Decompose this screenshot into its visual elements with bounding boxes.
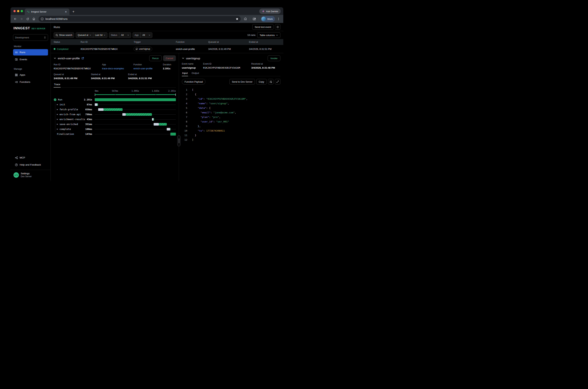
- column-header-queued-at: Queued at: [208, 41, 249, 43]
- time-field-dropdown[interactable]: Queued at: [76, 32, 93, 38]
- trace-row-enrich-from-api[interactable]: ▶enrich-from-api798ms: [54, 112, 176, 117]
- close-window-button[interactable]: [13, 10, 16, 12]
- trace-row-save-enriched[interactable]: ▶save-enriched351ms: [54, 122, 176, 127]
- runs-count: 13 runs: [247, 34, 255, 36]
- copy-button[interactable]: Copy: [256, 79, 266, 84]
- run-name-title: enrich-user-profile: [58, 57, 80, 60]
- home-button[interactable]: [31, 16, 36, 22]
- word-wrap-button[interactable]: [268, 79, 273, 84]
- show-search-button[interactable]: Show search: [54, 32, 74, 38]
- site-info-icon[interactable]: [41, 17, 44, 20]
- url-bar[interactable]: localhost:8288/runs: [38, 16, 241, 22]
- table-columns-button[interactable]: Table columns: [257, 32, 280, 38]
- bookmark-star-icon[interactable]: [235, 16, 240, 22]
- trace-step-duration: 351ms: [85, 123, 92, 126]
- sidebar-item-help[interactable]: Help and Feedback: [13, 162, 48, 168]
- external-link-icon[interactable]: [82, 57, 84, 60]
- collapse-run-chevron-icon[interactable]: [54, 57, 56, 60]
- trace-timeline: 0ms547ms1.095s1.643s2.191s Run2.191s▶ini…: [54, 90, 176, 136]
- trigger-pill[interactable]: user/signup: [134, 47, 152, 51]
- tab-output[interactable]: Output: [191, 72, 200, 76]
- trace-bar-zone: [95, 112, 176, 117]
- app-link[interactable]: trace-docs-examples: [102, 67, 133, 70]
- expand-step-icon[interactable]: ▶: [57, 104, 58, 105]
- received-at-value: 3/4/2026, 8:31:48 PM: [251, 66, 280, 69]
- reload-button[interactable]: [25, 16, 30, 22]
- field-label: Duration: [163, 63, 176, 66]
- trace-bar-zone: [95, 131, 176, 136]
- minimize-window-button[interactable]: [17, 10, 19, 12]
- browser-tab[interactable]: Inngest Server ✕: [25, 8, 69, 15]
- runs-icon: [15, 51, 18, 54]
- field-label: Event ID: [203, 63, 251, 65]
- sidebar-item-mcp[interactable]: MCP: [13, 155, 48, 161]
- expand-step-icon[interactable]: ▶: [57, 114, 58, 115]
- trace-row-enrichment-results[interactable]: ▶enrichment-results43ms: [54, 117, 176, 122]
- mcp-share-icon: [15, 156, 18, 159]
- sidebar-item-runs[interactable]: Runs: [13, 49, 48, 56]
- tab-trace[interactable]: Trace: [54, 83, 60, 87]
- ended-at-value: 3/4/2026, 8:31:51 PM: [128, 77, 176, 80]
- new-tab-button[interactable]: +: [71, 10, 76, 14]
- check-circle-icon: [54, 98, 57, 101]
- tab-close-icon[interactable]: ✕: [64, 10, 68, 13]
- invoke-button[interactable]: Invoke: [268, 55, 280, 61]
- expand-step-icon[interactable]: ▶: [57, 118, 58, 120]
- collapse-event-chevron-icon[interactable]: [182, 57, 184, 60]
- browser-menu-icon[interactable]: [276, 16, 281, 22]
- line-number: 11: [182, 133, 187, 137]
- maximize-window-button[interactable]: [21, 10, 23, 12]
- event-name-title: user/signup: [186, 57, 200, 60]
- tab-input[interactable]: Input: [182, 72, 188, 76]
- field-label: Event name: [182, 63, 203, 65]
- payload-code-editor[interactable]: 1[2 {3 "id": "01KJXSYPSFHBXX03GRJFV3A16M…: [182, 88, 280, 142]
- profile-button[interactable]: Work: [261, 16, 275, 22]
- back-button[interactable]: [13, 16, 18, 22]
- settings-gear-button[interactable]: [275, 24, 280, 30]
- started-at-value: 3/4/2026, 8:31:49 PM: [91, 77, 128, 80]
- sidebar-item-settings[interactable]: </> Settings Dev Server: [13, 170, 48, 181]
- sidebar-item-functions[interactable]: Functions: [13, 79, 48, 85]
- panel-resize-handle[interactable]: [177, 135, 180, 146]
- trace-row-run[interactable]: Run2.191s: [54, 97, 176, 102]
- trace-row-complete[interactable]: ▶complete100ms: [54, 127, 176, 131]
- dev-server-code-icon: </>: [13, 172, 19, 178]
- trace-row-init[interactable]: ▶init87ms: [54, 102, 176, 107]
- app-filter[interactable]: App All: [133, 32, 152, 38]
- ruler-tick: 2.191s: [168, 90, 176, 92]
- expand-step-icon[interactable]: ▶: [57, 123, 58, 125]
- trace-bar-zone: [95, 127, 176, 131]
- inngest-app: INNGEST DEV SERVER Development Monitor R…: [11, 23, 283, 181]
- environment-value: Development: [15, 36, 29, 39]
- trace-row-fetch-profile[interactable]: ▶fetch-profile658ms: [54, 107, 176, 112]
- chevron-down-icon: [148, 34, 150, 36]
- sidebar-item-events[interactable]: Events: [13, 56, 48, 63]
- forward-button[interactable]: [19, 16, 24, 22]
- extensions-icon[interactable]: [243, 16, 248, 22]
- time-range-dropdown[interactable]: Last 3d: [93, 32, 107, 38]
- event-trigger-icon: [136, 48, 138, 50]
- status-filter[interactable]: Status All: [109, 32, 131, 38]
- ask-gemini-button[interactable]: Ask Gemini: [259, 8, 281, 14]
- expand-step-icon[interactable]: ▶: [57, 109, 58, 110]
- sidebar-item-apps[interactable]: Apps: [13, 72, 48, 78]
- expand-step-icon[interactable]: ▶: [57, 128, 58, 130]
- function-link[interactable]: enrich-user-profile: [133, 67, 163, 70]
- time-filter: Queued at Last 3d: [76, 32, 107, 38]
- send-test-event-button[interactable]: Send test event: [252, 24, 273, 30]
- cancel-button[interactable]: Cancel: [163, 55, 176, 61]
- minimap-right-handle[interactable]: [175, 94, 176, 96]
- timeline-minimap[interactable]: [95, 93, 176, 96]
- environment-select[interactable]: Development: [13, 34, 48, 41]
- ask-gemini-label: Ask Gemini: [266, 10, 278, 13]
- side-panel-search-icon[interactable]: [252, 16, 257, 22]
- send-to-dev-server-button[interactable]: Send to Dev Server: [230, 79, 255, 84]
- expand-button[interactable]: [275, 79, 280, 84]
- rerun-button[interactable]: Rerun: [149, 55, 161, 61]
- table-row[interactable]: Completed 01KJXSYPZYB6TH2DSDSYETWN1X use…: [51, 45, 283, 53]
- chevron-down-icon: [104, 34, 105, 36]
- code-line: 2 {: [182, 92, 280, 97]
- trace-segment-queued: [98, 108, 103, 111]
- run-id-value: 01KJXSYPZYB6TH2DSDSYETWN1X: [54, 67, 102, 70]
- trace-row-finalization[interactable]: Finalization147ms: [54, 131, 176, 136]
